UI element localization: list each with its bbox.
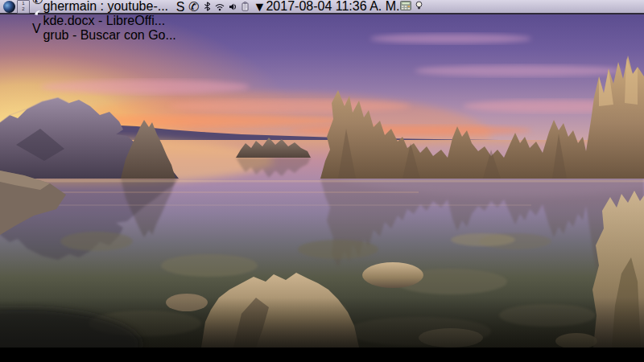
thunderbird-wing: [32, 8, 43, 19]
taskbar-button-libreoffice[interactable]: kde.docx - LibreOffi...: [43, 14, 175, 28]
wifi-icon[interactable]: [215, 0, 228, 14]
digital-clock[interactable]: 2017-08-04 11:36 A. M.: [266, 0, 399, 14]
lightbulb-icon[interactable]: [415, 0, 423, 13]
clipboard-icon[interactable]: [241, 0, 253, 14]
desktop-wallpaper: [0, 0, 644, 351]
clock-time: 11:36 A. M.: [336, 0, 400, 13]
bluetooth-icon[interactable]: [203, 0, 215, 14]
pager-desktop-2[interactable]: 2: [18, 6, 29, 13]
system-tray: S ✆ ▼: [176, 0, 266, 14]
pager-desktop-1[interactable]: 1: [18, 1, 29, 7]
taskbar-button-konsole[interactable]: ghermain : youtube-...: [43, 0, 175, 14]
volume-icon[interactable]: [229, 0, 241, 14]
tray-expander-icon[interactable]: ▼: [254, 0, 266, 14]
task-label: grub - Buscar con Go...: [43, 28, 175, 42]
virtual-desktop-pager: 1 2: [17, 0, 30, 14]
task-label: ghermain : youtube-...: [43, 0, 168, 13]
viber-tray-icon[interactable]: ✆: [188, 0, 199, 14]
wallpaper-scene: [0, 0, 644, 348]
quick-launch-area: S ✆ V: [32, 0, 43, 36]
calculator-icon[interactable]: [400, 0, 415, 13]
taskbar-button-browser[interactable]: grub - Buscar con Go...: [43, 28, 175, 43]
panel-extras: [400, 0, 423, 14]
skype-tray-icon[interactable]: S: [176, 0, 185, 14]
top-panel: 1 2 S ✆ V Descargas — Dolphin Sin título…: [0, 0, 644, 14]
clock-date: 2017-08-04: [266, 0, 332, 13]
task-manager: Descargas — Dolphin Sin título * — Kate …: [43, 0, 175, 43]
app-launcher-button[interactable]: [3, 1, 15, 13]
thunderbird-icon[interactable]: [32, 7, 43, 22]
task-label: kde.docx - LibreOffi...: [43, 14, 165, 27]
viber-icon[interactable]: ✆: [32, 0, 43, 7]
vivaldi-icon[interactable]: V: [32, 22, 43, 36]
